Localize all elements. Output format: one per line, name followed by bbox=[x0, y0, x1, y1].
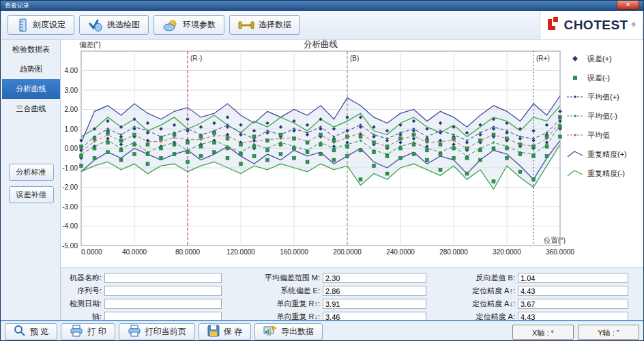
field-input[interactable] bbox=[518, 299, 628, 309]
scale-setting-label: 刻度设定 bbox=[33, 19, 65, 31]
legend-label: 平均值 bbox=[587, 130, 610, 140]
brand-panel: CHOTEST ® bbox=[540, 11, 642, 40]
legend-label: 平均值(+) bbox=[587, 92, 619, 102]
floppy-icon bbox=[207, 325, 220, 339]
field-input[interactable] bbox=[518, 273, 628, 283]
field-input[interactable] bbox=[323, 299, 426, 309]
svg-text:-5.00: -5.00 bbox=[62, 242, 78, 250]
environment-button[interactable]: 环境参数 bbox=[153, 15, 224, 35]
export-data-label: 导出数据 bbox=[281, 326, 314, 338]
field-row: 系统偏差 E: bbox=[245, 286, 426, 296]
chotest-logo-icon bbox=[546, 16, 560, 34]
select-data-label: 选择数据 bbox=[259, 19, 291, 31]
svg-text:0.0000: 0.0000 bbox=[81, 248, 102, 256]
svg-text:240.0000: 240.0000 bbox=[386, 248, 415, 256]
analysis-standard-button[interactable]: 分析标准 bbox=[9, 164, 54, 181]
window-title: 查看记录 bbox=[5, 2, 29, 9]
svg-text:120.0000: 120.0000 bbox=[226, 248, 255, 256]
field-input[interactable] bbox=[104, 273, 222, 283]
close-button[interactable]: ✕ bbox=[617, 1, 639, 10]
svg-text:2.00: 2.00 bbox=[65, 106, 78, 113]
legend-scatter-diamond-icon bbox=[566, 54, 584, 63]
result-fields: 机器名称:序列号:检测日期:轴: 平均偏差范围 M:系统偏差 E:单向重复 R↑… bbox=[1, 268, 644, 320]
sidebar-buttons: 分析标准 误差补偿 bbox=[2, 164, 60, 203]
title-bar: 查看记录 ✕ bbox=[1, 1, 643, 11]
field-input[interactable] bbox=[323, 273, 426, 283]
field-input[interactable] bbox=[518, 286, 628, 296]
export-data-button[interactable]: 导出数据 bbox=[254, 323, 323, 340]
pick-plot-label: 挑选绘图 bbox=[107, 19, 140, 31]
field-row: 检测日期: bbox=[61, 299, 222, 309]
ruler-icon bbox=[16, 18, 29, 32]
svg-text:40.0000: 40.0000 bbox=[122, 248, 147, 256]
field-label: 单向重复 R↑: bbox=[245, 299, 323, 309]
svg-text:-1.00: -1.00 bbox=[62, 164, 78, 172]
svg-text:320.0000: 320.0000 bbox=[493, 248, 521, 256]
svg-text:位置(°): 位置(°) bbox=[544, 236, 566, 244]
sidebar-item-trend-chart[interactable]: 趋势图 bbox=[2, 59, 60, 79]
sidebar-item-data-table[interactable]: 检验数据表 bbox=[2, 40, 60, 59]
field-row: 机器名称: bbox=[61, 273, 222, 283]
field-row: 序列号: bbox=[61, 286, 222, 296]
analysis-curve-chart: (R-)(B)(R+)4.003.002.001.000.00-1.00-2.0… bbox=[61, 40, 643, 268]
svg-text:-4.00: -4.00 bbox=[62, 222, 78, 230]
environment-icon bbox=[162, 18, 179, 32]
legend-dashed-icon bbox=[566, 111, 584, 121]
svg-text:(R+): (R+) bbox=[536, 55, 550, 62]
select-data-button[interactable]: 选择数据 bbox=[229, 15, 300, 35]
field-label: 机器名称: bbox=[61, 273, 104, 283]
print-current-page-button[interactable]: 打印当前页 bbox=[119, 323, 195, 340]
y-axis-unit-button[interactable]: Y轴 : " bbox=[578, 325, 639, 340]
registered-mark: ® bbox=[632, 22, 636, 28]
field-label: 定位精度 A↓: bbox=[439, 299, 518, 309]
legend-item: 平均值 bbox=[566, 125, 641, 145]
legend-item: 平均值(-) bbox=[566, 106, 641, 125]
app-window: 查看记录 ✕ 刻度设定 挑选绘图 环境参数 选择数据 CHOTEST ® 检验数… bbox=[0, 0, 644, 341]
environment-label: 环境参数 bbox=[183, 19, 216, 31]
bottom-button-row: 预 览 打 印 打印当前页 保 存 导出数据 bbox=[5, 323, 323, 340]
field-row: 定位精度 A↑: bbox=[439, 286, 628, 296]
printer-icon bbox=[128, 325, 141, 339]
field-row: 单向重复 R↑: bbox=[245, 299, 426, 309]
field-row: 定位精度 A↓: bbox=[439, 299, 628, 309]
field-input[interactable] bbox=[104, 286, 222, 296]
field-input[interactable] bbox=[323, 286, 426, 296]
x-axis-unit-button[interactable]: X轴 : ° bbox=[512, 325, 574, 340]
legend-band-line-icon bbox=[566, 149, 584, 159]
save-button[interactable]: 保 存 bbox=[199, 323, 251, 340]
svg-text:160.0000: 160.0000 bbox=[280, 248, 308, 256]
pick-plot-icon bbox=[88, 18, 103, 32]
machine-info-group: 机器名称:序列号:检测日期:轴: bbox=[61, 273, 222, 325]
svg-text:1.00: 1.00 bbox=[65, 125, 78, 133]
preview-button[interactable]: 预 览 bbox=[5, 323, 57, 340]
accuracy-stats-group: 反向差值 B:定位精度 A↑:定位精度 A↓:定位精度 A: bbox=[439, 273, 628, 325]
field-input[interactable] bbox=[104, 299, 222, 309]
chart-legend: 误差(+)误差(-)平均值(+)平均值(-)平均值重复精度(+)重复精度(-) bbox=[566, 49, 641, 183]
field-label: 序列号: bbox=[61, 286, 104, 296]
svg-text:分析曲线: 分析曲线 bbox=[304, 40, 338, 49]
sidebar-item-combined-curve[interactable]: 三合曲线 bbox=[2, 99, 60, 119]
magnifier-icon bbox=[14, 325, 26, 339]
scale-setting-button[interactable]: 刻度设定 bbox=[8, 15, 74, 35]
pick-plot-button[interactable]: 挑选绘图 bbox=[79, 15, 149, 35]
deviation-stats-group: 平均偏差范围 M:系统偏差 E:单向重复 R↑:单向重复 R↓: bbox=[245, 273, 426, 325]
field-row: 反向差值 B: bbox=[439, 273, 628, 283]
print-label: 打 印 bbox=[87, 326, 106, 338]
field-label: 检测日期: bbox=[61, 299, 104, 309]
error-compensation-button[interactable]: 误差补偿 bbox=[9, 186, 54, 203]
legend-label: 平均值(-) bbox=[587, 111, 617, 121]
bottom-toolbar: 预 览 打 印 打印当前页 保 存 导出数据 X轴 : ° Y轴 : " bbox=[1, 320, 644, 341]
legend-label: 误差(-) bbox=[587, 73, 610, 83]
legend-label: 误差(+) bbox=[587, 54, 612, 64]
field-label: 系统偏差 E: bbox=[245, 286, 323, 296]
svg-text:0.00: 0.00 bbox=[65, 145, 78, 152]
print-button[interactable]: 打 印 bbox=[61, 323, 115, 340]
svg-text:(R-): (R-) bbox=[190, 55, 202, 62]
legend-item: 重复精度(+) bbox=[566, 145, 641, 164]
svg-text:200.0000: 200.0000 bbox=[333, 248, 362, 256]
preview-label: 预 览 bbox=[30, 326, 48, 338]
svg-text:280.0000: 280.0000 bbox=[439, 248, 468, 256]
sidebar-item-analysis-curve[interactable]: 分析曲线 bbox=[2, 79, 60, 99]
legend-dashed-icon bbox=[566, 130, 584, 140]
save-label: 保 存 bbox=[224, 326, 242, 338]
